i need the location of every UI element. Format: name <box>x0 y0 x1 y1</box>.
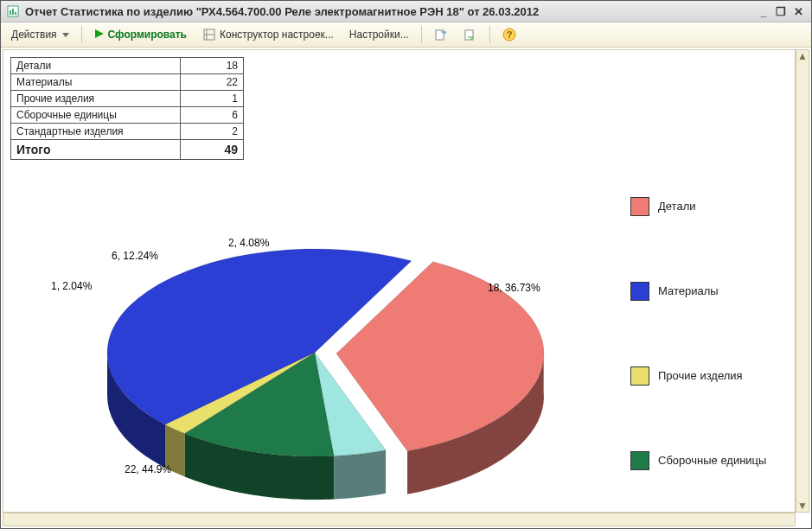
table-row: Детали 18 <box>11 58 244 74</box>
constructor-icon <box>202 28 216 41</box>
report-window: Отчет Статистика по изделию "РХ4.564.700… <box>0 0 812 529</box>
slice-label: 22, 44.9% <box>125 463 171 475</box>
window-icon <box>6 4 20 18</box>
legend-label: Сборочные единицы <box>658 454 766 468</box>
horizontal-scrollbar[interactable] <box>3 513 796 526</box>
constructor-button[interactable]: Конструктор настроек... <box>197 25 339 44</box>
legend-swatch <box>630 451 649 470</box>
chart-legend: Детали Материалы Прочие изделия Сборочны… <box>630 197 777 470</box>
svg-marker-4 <box>95 29 104 38</box>
svg-rect-1 <box>10 10 11 15</box>
toolbar-icon-button-1[interactable] <box>429 25 453 44</box>
legend-label: Материалы <box>658 284 719 298</box>
legend-item: Сборочные единицы <box>630 451 777 470</box>
toolbar-icon-button-2[interactable] <box>458 25 483 44</box>
legend-swatch <box>630 366 649 386</box>
scroll-up-icon: ▲ <box>796 50 809 62</box>
cell-value: 18 <box>181 58 244 74</box>
cell-value: 22 <box>181 74 244 91</box>
legend-item: Материалы <box>630 282 777 301</box>
toolbar-separator <box>421 26 422 43</box>
toolbar: Действия Сформировать Конструктор настро… <box>1 22 811 48</box>
form-report-button[interactable]: Сформировать <box>89 25 192 44</box>
document-save-icon <box>464 28 477 41</box>
legend-swatch <box>630 197 649 216</box>
slice-label: 1, 2.04% <box>51 280 92 292</box>
settings-button[interactable]: Настройки... <box>344 25 414 44</box>
actions-menu-button[interactable]: Действия <box>6 25 74 44</box>
constructor-label: Конструктор настроек... <box>220 29 334 41</box>
table-total-row: Итого 49 <box>11 140 244 160</box>
legend-label: Детали <box>658 200 696 214</box>
cell-label: Прочие изделия <box>11 91 181 107</box>
minimize-button[interactable]: _ <box>756 4 771 18</box>
table-row: Сборочные единицы 6 <box>11 107 244 124</box>
actions-menu-label: Действия <box>11 29 57 41</box>
total-label: Итого <box>11 140 181 160</box>
cell-label: Стандартные изделия <box>11 124 181 140</box>
report-body: Детали 18 Материалы 22 Прочие изделия 1 … <box>3 49 796 513</box>
svg-text:?: ? <box>506 29 512 40</box>
table-row: Прочие изделия 1 <box>11 91 244 107</box>
cell-value: 1 <box>181 91 244 107</box>
document-open-icon <box>434 28 448 41</box>
help-button[interactable]: ? <box>497 25 521 44</box>
legend-item: Прочие изделия <box>630 366 777 386</box>
total-value: 49 <box>181 140 244 160</box>
pie-chart <box>55 163 613 494</box>
cell-label: Детали <box>11 58 181 74</box>
cell-label: Сборочные единицы <box>11 107 181 124</box>
cell-label: Материалы <box>11 74 181 91</box>
content-area: Детали 18 Материалы 22 Прочие изделия 1 … <box>1 48 811 528</box>
slice-label: 2, 4.08% <box>228 237 269 249</box>
table-row: Материалы 22 <box>11 74 244 91</box>
summary-table: Детали 18 Материалы 22 Прочие изделия 1 … <box>10 57 244 160</box>
pie-chart-svg <box>55 163 609 513</box>
window-title: Отчет Статистика по изделию "РХ4.564.700… <box>25 5 754 18</box>
settings-label: Настройки... <box>349 29 409 41</box>
scroll-down-icon: ▼ <box>796 500 809 512</box>
maximize-button[interactable]: ❐ <box>773 4 789 18</box>
slice-label: 6, 12.24% <box>112 250 158 262</box>
svg-rect-3 <box>15 12 16 15</box>
cell-value: 6 <box>181 107 244 124</box>
cell-value: 2 <box>181 124 244 140</box>
table-row: Стандартные изделия 2 <box>11 124 244 140</box>
vertical-scrollbar[interactable]: ▲ ▼ <box>796 49 809 513</box>
play-icon <box>94 29 105 41</box>
form-report-label: Сформировать <box>108 29 187 41</box>
toolbar-separator <box>489 26 490 43</box>
legend-label: Прочие изделия <box>658 369 743 383</box>
chevron-down-icon <box>62 33 69 37</box>
close-button[interactable]: ✕ <box>790 4 806 18</box>
help-icon: ? <box>502 28 516 41</box>
legend-swatch <box>630 282 649 301</box>
legend-item: Детали <box>630 197 777 216</box>
slice-label: 18, 36.73% <box>488 282 540 294</box>
svg-rect-2 <box>12 9 14 15</box>
titlebar: Отчет Статистика по изделию "РХ4.564.700… <box>1 1 811 22</box>
toolbar-separator <box>81 26 82 43</box>
